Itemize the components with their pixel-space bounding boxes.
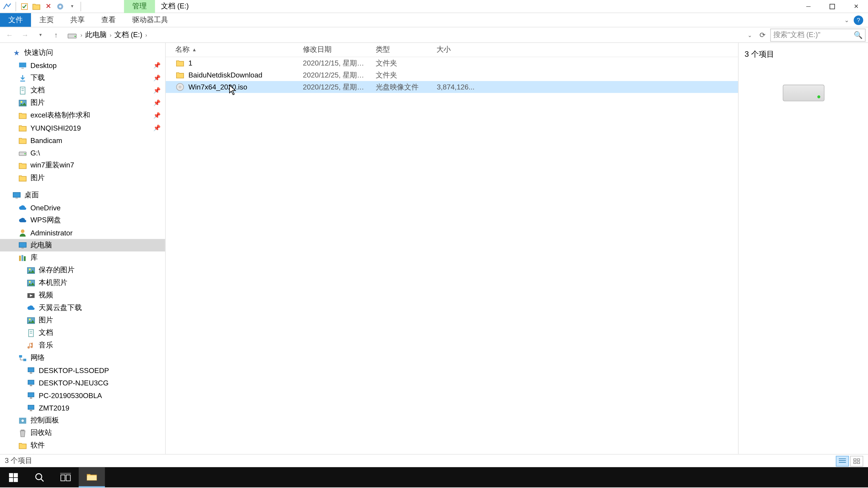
sidebar-item--[interactable]: 网络: [0, 352, 165, 364]
sidebar-item--[interactable]: 图片: [0, 172, 165, 184]
sidebar-item-g-[interactable]: G:\: [0, 147, 165, 159]
sidebar-item-wps-[interactable]: WPS网盘: [0, 214, 165, 226]
sidebar-item--[interactable]: 音乐: [0, 339, 165, 352]
sidebar-item--[interactable]: 控制面板: [0, 414, 165, 427]
desktop-icon: [18, 61, 27, 70]
column-header-type[interactable]: 类型: [371, 45, 432, 55]
sidebar-item-desktop-lssoedp[interactable]: DESKTOP-LSSOEDP: [0, 364, 165, 377]
pin-icon: 📌: [153, 112, 160, 119]
sidebar-item--[interactable]: 回收站: [0, 427, 165, 439]
sidebar-item--[interactable]: 保存的图片: [0, 264, 165, 276]
pic-icon: [26, 278, 36, 287]
taskbar[interactable]: ⌃ 中 16:32 2020/12/25, 星期五 3: [0, 467, 868, 488]
sidebar-item--[interactable]: 下载📌: [0, 71, 165, 84]
ribbon-tab-drive-tools[interactable]: 驱动器工具: [124, 13, 177, 27]
pic-icon: [26, 315, 36, 325]
sidebar-item-desktop-njeu3cg[interactable]: DESKTOP-NJEU3CG: [0, 377, 165, 389]
chevron-right-icon[interactable]: ›: [108, 32, 113, 38]
svg-rect-43: [30, 397, 32, 398]
sidebar-item--[interactable]: 图片📌: [0, 96, 165, 109]
sidebar-item-bandicam[interactable]: Bandicam: [0, 134, 165, 147]
sidebar-item--[interactable]: 本机照片: [0, 276, 165, 289]
ribbon-tab-share[interactable]: 共享: [62, 13, 93, 27]
ribbon-tab-file[interactable]: 文件: [0, 13, 31, 27]
svg-rect-22: [22, 255, 23, 260]
close-button[interactable]: ✕: [844, 0, 868, 13]
sidebar-item-desktop[interactable]: Desktop📌: [0, 59, 165, 71]
nav-back-button[interactable]: ←: [2, 28, 17, 41]
taskbar-explorer-button[interactable]: [79, 467, 105, 488]
start-button[interactable]: [0, 467, 26, 488]
folder-icon: [18, 135, 27, 145]
drive-icon: [67, 30, 77, 39]
sidebar-item-yunqishi2019[interactable]: YUNQISHI2019📌: [0, 122, 165, 134]
lib-icon: [18, 253, 27, 263]
ribbon-tab-view[interactable]: 查看: [93, 13, 124, 27]
folder-icon[interactable]: [32, 2, 41, 11]
search-icon[interactable]: 🔍: [854, 31, 863, 39]
cloud-icon: [26, 303, 36, 313]
chevron-right-icon[interactable]: ›: [79, 32, 84, 38]
sidebar-item--[interactable]: 软件: [0, 439, 165, 452]
ribbon-expand-icon[interactable]: ⌄: [844, 17, 849, 23]
sidebar-item-pc-20190530obla[interactable]: PC-20190530OBLA: [0, 389, 165, 401]
address-dropdown-icon[interactable]: ⌄: [745, 32, 755, 38]
bin-icon: [18, 428, 27, 437]
nav-forward-button[interactable]: →: [18, 28, 32, 41]
sidebar-item--[interactable]: 视频: [0, 289, 165, 301]
sidebar-item--[interactable]: 文件: [0, 452, 165, 454]
details-pane: 3 个项目: [738, 43, 868, 454]
delete-icon[interactable]: ✕: [43, 2, 53, 11]
sidebar-item-excel-[interactable]: excel表格制作求和📌: [0, 109, 165, 122]
column-header-date[interactable]: 修改日期: [298, 45, 371, 55]
file-date: 2020/12/15, 星期二 1...: [298, 58, 371, 68]
address-path[interactable]: › 此电脑 › 文档 (E:) ›: [64, 28, 744, 41]
iso-icon: [175, 82, 185, 92]
app-icon[interactable]: [2, 2, 12, 11]
ribbon-tab-home[interactable]: 主页: [31, 13, 62, 27]
breadcrumb-segment[interactable]: 此电脑: [84, 30, 108, 40]
file-row[interactable]: Win7x64_2020.iso2020/12/25, 星期五 1...光盘映像…: [166, 81, 738, 93]
svg-point-15: [24, 153, 26, 154]
sidebar-item-zmt2019[interactable]: ZMT2019: [0, 402, 165, 414]
contextual-tab[interactable]: 管理: [124, 0, 155, 13]
maximize-button[interactable]: [820, 0, 844, 13]
sidebar-item--[interactable]: 文档: [0, 326, 165, 339]
column-header-size[interactable]: 大小: [432, 45, 479, 55]
column-header-name[interactable]: 名称▲: [166, 45, 298, 55]
navigation-pane[interactable]: ★ 快速访问 Desktop📌下载📌文档📌图片📌excel表格制作求和📌YUNQ…: [0, 43, 166, 454]
sidebar-item--[interactable]: 此电脑: [0, 239, 165, 252]
chevron-right-icon[interactable]: ›: [144, 32, 148, 38]
search-button[interactable]: [26, 467, 53, 488]
sidebar-item--[interactable]: 文档📌: [0, 84, 165, 96]
qat-checkbox-icon[interactable]: [20, 2, 29, 11]
pin-icon: 📌: [153, 74, 160, 81]
desktop-root[interactable]: 桌面: [0, 189, 165, 201]
nav-recent-dropdown[interactable]: ▾: [33, 28, 48, 41]
nav-up-button[interactable]: ↑: [49, 28, 63, 41]
svg-rect-42: [28, 392, 34, 396]
svg-point-13: [21, 101, 22, 103]
view-details-button[interactable]: [836, 455, 849, 466]
sidebar-item--[interactable]: 库: [0, 252, 165, 264]
file-rows[interactable]: 12020/12/15, 星期二 1...文件夹BaiduNetdiskDown…: [166, 57, 738, 454]
sidebar-item--[interactable]: 图片: [0, 314, 165, 326]
refresh-button[interactable]: ⟳: [756, 28, 769, 41]
view-icons-button[interactable]: [850, 455, 863, 466]
task-view-button[interactable]: [53, 467, 79, 488]
svg-rect-60: [8, 478, 13, 482]
sidebar-item--[interactable]: 天翼云盘下载: [0, 302, 165, 314]
breadcrumb-segment[interactable]: 文档 (E:): [113, 30, 144, 40]
help-icon[interactable]: ?: [854, 15, 863, 25]
quick-access-root[interactable]: ★ 快速访问: [0, 46, 165, 59]
file-row[interactable]: 12020/12/15, 星期二 1...文件夹: [166, 57, 738, 69]
sidebar-item-onedrive[interactable]: OneDrive: [0, 201, 165, 214]
minimize-button[interactable]: ─: [797, 0, 820, 13]
quick-access-toolbar: ✕ ▾: [0, 2, 82, 11]
settings-icon[interactable]: [55, 2, 65, 11]
sidebar-item-win7-win7[interactable]: win7重装win7: [0, 159, 165, 171]
qat-dropdown-icon[interactable]: ▾: [67, 2, 77, 11]
sidebar-item-administrator[interactable]: Administrator: [0, 226, 165, 239]
search-input[interactable]: 搜索"文档 (E:)" 🔍: [770, 28, 866, 41]
file-row[interactable]: BaiduNetdiskDownload2020/12/25, 星期五 1...…: [166, 69, 738, 81]
